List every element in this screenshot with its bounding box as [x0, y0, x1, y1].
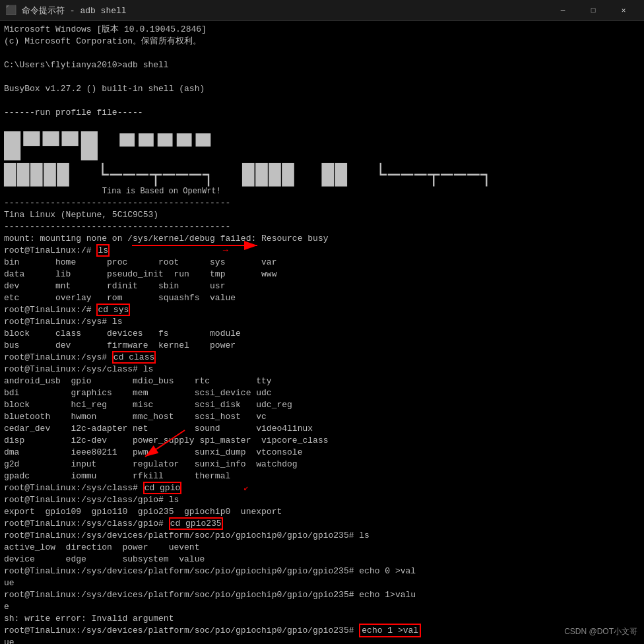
line-echo-0: root@TinaLinux:/sys/devices/platform/soc… [4, 565, 640, 577]
line-ls-4: etc overlay rom squashfs value [4, 292, 640, 304]
line-cmd: C:\Users\flytianya2010>adb shell [4, 59, 640, 71]
line-class-ls-cmd: root@TinaLinux:/sys/class# ls [4, 364, 640, 375]
echo1-box: echo 1 >val [359, 624, 421, 637]
close-button[interactable]: ✕ [608, 0, 639, 21]
line-3 [4, 48, 640, 59]
line-echo-1-box: root@TinaLinux:/sys/devices/platform/soc… [4, 625, 640, 637]
tina-art-lines: █████ └───┬───┐ ████ ██ └───┬───┐ [4, 164, 640, 185]
line-class-ls-1: android_usb gpio mdio_bus rtc tty [4, 375, 640, 387]
line-profile: ------run profile file----- [4, 107, 640, 119]
ascii-art: █▀▀▀█ ▀▀▀▀▀ [4, 132, 640, 163]
line-gpio-ls-cmd: root@TinaLinux:/sys/class/gpio# ls [4, 494, 640, 506]
line-ue-1: ue [4, 577, 640, 589]
line-class-ls-3: block hci_reg misc scsi_disk udc_reg [4, 399, 640, 411]
line-cd-sys: root@TinaLinux:/# cd sys [4, 304, 640, 316]
line-gpio-ls-1: export gpio109 gpio110 gpio235 gpiochip0… [4, 506, 640, 518]
line-sys-ls-2: bus dev firmware kernel power [4, 340, 640, 352]
cd-gpio235-highlight: cd gpio235 [169, 517, 223, 530]
cd-class-highlight: cd class [112, 351, 156, 364]
line-class-ls-2: bdi graphics mem scsi_device udc [4, 387, 640, 399]
line-tina-based: Tina is Based on OpenWrt! [83, 185, 640, 197]
line-gpio235-ls-2: device edge subsystem value [4, 554, 640, 565]
line-class-ls-8: g2d input regulator sunxi_info watchdog [4, 459, 640, 470]
line-1: Microsoft Windows [版本 10.0.19045.2846] [4, 24, 640, 36]
line-e-1: e [4, 601, 640, 613]
line-echo-1v: root@TinaLinux:/sys/devices/platform/soc… [4, 589, 640, 601]
window-controls: ─ □ ✕ [548, 0, 639, 21]
line-mount-err: mount: mounting none on /sys/kernel/debu… [4, 233, 640, 245]
line-cd-gpio235: root@TinaLinux:/sys/class/gpio# cd gpio2… [4, 518, 640, 530]
csdn-watermark: CSDN @DOT小文哥 [564, 626, 637, 637]
titlebar: ⬛ 命令提示符 - adb shell ─ □ ✕ [0, 0, 644, 21]
cmd-icon: ⬛ [5, 5, 16, 16]
line-gpio235-ls-1: active_low direction power uevent [4, 542, 640, 554]
maximize-button[interactable]: □ [578, 0, 608, 21]
line-sys-ls-1: block class devices fs module [4, 328, 640, 340]
line-cd-class: root@TinaLinux:/sys# cd class [4, 352, 640, 364]
line-class-ls-9: gpadc iommu rfkill thermal [4, 470, 640, 482]
line-root-ls: root@TinaLinux:/# ls → [4, 245, 640, 257]
cd-gpio-highlight: cd gpio [143, 482, 182, 494]
terminal[interactable]: Microsoft Windows [版本 10.0.19045.2846] (… [0, 21, 644, 644]
line-cd-gpio: root@TinaLinux:/sys/class# cd gpio ↙ [4, 482, 640, 494]
line-blank3 [4, 119, 640, 131]
line-ls-1: bin home proc root sys var [4, 257, 640, 269]
line-blank1 [4, 71, 640, 83]
line-busybox: BusyBox v1.27.2 () built-in shell (ash) [4, 83, 640, 95]
line-ue-2: ue [4, 637, 640, 644]
line-sys-ls-cmd: root@TinaLinux:/sys# ls [4, 316, 640, 328]
cd-sys-highlight: cd sys [96, 304, 130, 316]
line-gpio235-ls-cmd: root@TinaLinux:/sys/devices/platform/soc… [4, 530, 640, 542]
line-blank2 [4, 95, 640, 107]
line-sep1: ----------------------------------------… [4, 197, 640, 209]
line-class-ls-6: disp i2c-dev power_supply spi_master vip… [4, 435, 640, 447]
line-class-ls-7: dma ieee80211 pwm sunxi_dump vtconsole [4, 447, 640, 459]
ls-highlight: ls [96, 244, 110, 257]
line-ls-3: dev mnt rdinit sbin usr [4, 280, 640, 292]
line-ls-2: data lib pseudo_init run tmp www [4, 269, 640, 280]
line-tina-version: Tina Linux (Neptune, 5C1C9C53) [4, 209, 640, 221]
line-class-ls-5: cedar_dev i2c-adapter net sound video4li… [4, 423, 640, 435]
line-2: (c) Microsoft Corporation。保留所有权利。 [4, 36, 640, 48]
title-text: 命令提示符 - adb shell [22, 5, 548, 16]
minimize-button[interactable]: ─ [548, 0, 578, 21]
line-sep2: ----------------------------------------… [4, 221, 640, 233]
line-sh-err: sh: write error: Invalid argument [4, 613, 640, 625]
line-class-ls-4: bluetooth hwmon mmc_host scsi_host vc [4, 411, 640, 423]
